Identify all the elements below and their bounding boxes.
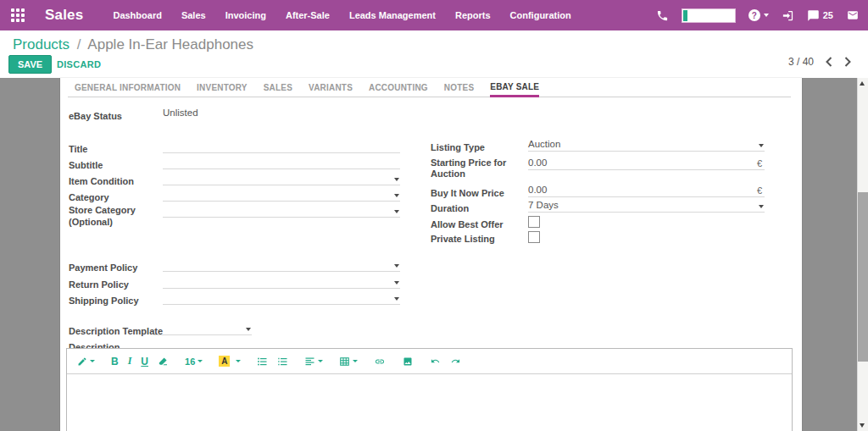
table-dropdown[interactable] — [339, 356, 358, 367]
shipping-policy-row: Shipping Policy — [69, 292, 400, 307]
description-template-select[interactable] — [153, 323, 252, 335]
eraser-button[interactable] — [158, 356, 169, 367]
store-category-select[interactable] — [163, 205, 400, 218]
record-pager: 3 / 40 — [788, 56, 851, 68]
input-accent-bar — [683, 10, 687, 21]
user-input-box[interactable] — [682, 8, 736, 23]
italic-button[interactable]: I — [128, 355, 132, 367]
private-listing-label: Private Listing — [431, 234, 495, 244]
allow-best-offer-label: Allow Best Offer — [431, 219, 504, 229]
form-sheet: GENERAL INFORMATION INVENTORY SALES VARI… — [60, 78, 802, 431]
menu-item-reports[interactable]: Reports — [451, 7, 495, 24]
save-button[interactable]: SAVE — [8, 55, 52, 74]
image-icon — [402, 356, 414, 367]
bullet-list-button[interactable] — [257, 356, 268, 367]
bullet-list-icon — [257, 356, 268, 367]
apps-grid-icon[interactable] — [11, 8, 25, 22]
title-label: Title — [69, 144, 87, 154]
tab-ebay-sale[interactable]: EBAY SALE — [490, 78, 539, 97]
vertical-scrollbar[interactable] — [857, 78, 868, 431]
chevron-down-icon — [353, 360, 358, 362]
underline-button[interactable]: U — [141, 356, 148, 367]
subtitle-input[interactable] — [163, 157, 400, 169]
control-bar: Products / Apple In-Ear Headphones SAVE … — [0, 30, 868, 78]
insert-image-button[interactable] — [402, 356, 414, 367]
pager-count: 3 / 40 — [788, 56, 814, 68]
editor-toolbar: B I U 16 A — [67, 349, 792, 374]
scroll-up-icon[interactable] — [860, 81, 865, 86]
bold-button[interactable]: B — [111, 356, 119, 367]
italic-glyph: I — [128, 355, 132, 367]
breadcrumb: Products / Apple In-Ear Headphones — [13, 36, 253, 53]
description-template-label: Description Template — [69, 326, 163, 336]
menu-item-dashboard[interactable]: Dashboard — [108, 7, 165, 24]
tab-variants[interactable]: VARIANTS — [309, 78, 353, 97]
chevron-down-icon — [394, 264, 399, 268]
description-template-row: Description Template — [69, 323, 400, 337]
scrollbar-thumb[interactable] — [858, 192, 868, 362]
insert-link-button[interactable] — [374, 356, 386, 367]
buy-it-now-input[interactable]: 0.00 — [528, 185, 765, 197]
paragraph-align-dropdown[interactable] — [304, 356, 323, 367]
return-policy-select[interactable] — [163, 276, 400, 289]
ebay-status-row: eBay Status Unlisted — [69, 108, 400, 122]
undo-button[interactable] — [430, 356, 441, 366]
payment-policy-label: Payment Policy — [69, 262, 137, 273]
menu-item-invoicing[interactable]: Invoicing — [221, 7, 270, 24]
align-icon — [304, 356, 315, 367]
discard-button[interactable]: DISCARD — [52, 58, 106, 70]
help-menu[interactable]: ? — [748, 9, 769, 21]
redo-button[interactable] — [450, 356, 461, 366]
app-window: Sales Dashboard Sales Invoicing After-Sa… — [0, 0, 868, 431]
scroll-down-icon[interactable] — [860, 423, 865, 428]
item-condition-select[interactable] — [163, 173, 400, 185]
allow-best-offer-checkbox[interactable] — [528, 216, 540, 228]
pager-next-icon[interactable] — [844, 57, 851, 67]
app-brand[interactable]: Sales — [45, 7, 83, 24]
starting-price-input[interactable]: 0.00 — [528, 157, 765, 170]
tab-inventory[interactable]: INVENTORY — [197, 78, 248, 97]
font-color-dropdown[interactable]: A — [219, 356, 241, 367]
help-icon: ? — [748, 9, 760, 21]
navbar-right-cluster: ? 25 — [656, 0, 860, 30]
payment-policy-row: Payment Policy — [69, 259, 400, 274]
style-dropdown[interactable] — [77, 356, 95, 367]
tab-general-information[interactable]: GENERAL INFORMATION — [75, 78, 181, 97]
chevron-down-icon — [759, 144, 764, 147]
envelope-icon[interactable] — [846, 9, 860, 21]
font-size-dropdown[interactable]: 16 — [185, 356, 203, 367]
table-icon — [339, 356, 350, 367]
description-editor: B I U 16 A — [66, 348, 793, 431]
tab-sales[interactable]: SALES — [264, 78, 292, 97]
chevron-down-icon — [394, 281, 399, 285]
menu-item-after-sale[interactable]: After-Sale — [281, 7, 334, 24]
payment-policy-select[interactable] — [163, 259, 400, 272]
sign-in-icon[interactable] — [782, 9, 794, 22]
category-select[interactable] — [163, 189, 400, 202]
menu-item-sales[interactable]: Sales — [177, 7, 210, 24]
chevron-down-icon — [394, 297, 399, 301]
title-input[interactable] — [163, 141, 400, 153]
eraser-icon — [158, 356, 169, 367]
breadcrumb-products-link[interactable]: Products — [13, 36, 70, 52]
menu-item-configuration[interactable]: Configuration — [506, 7, 576, 24]
pager-previous-icon[interactable] — [826, 57, 832, 67]
message-count: 25 — [823, 10, 833, 20]
top-navbar: Sales Dashboard Sales Invoicing After-Sa… — [0, 0, 868, 30]
currency-symbol: € — [757, 185, 762, 196]
buy-it-now-row: Buy It Now Price 0.00 € — [431, 185, 765, 199]
listing-type-select[interactable]: Auction — [528, 139, 765, 152]
numbered-list-button[interactable] — [277, 356, 288, 367]
description-content[interactable] — [67, 374, 792, 431]
menu-item-leads-management[interactable]: Leads Management — [345, 7, 440, 24]
private-listing-checkbox[interactable] — [528, 231, 540, 243]
phone-icon[interactable] — [656, 9, 669, 22]
tab-accounting[interactable]: ACCOUNTING — [369, 78, 428, 97]
messages-indicator[interactable]: 25 — [807, 9, 833, 22]
tab-notes[interactable]: NOTES — [444, 78, 474, 97]
shipping-policy-select[interactable] — [163, 292, 400, 305]
main-menu: Dashboard Sales Invoicing After-Sale Lea… — [108, 7, 575, 24]
duration-select[interactable]: 7 Days — [528, 200, 765, 213]
starting-price-label: Starting Price for — [431, 157, 506, 168]
category-row: Category — [69, 189, 400, 203]
